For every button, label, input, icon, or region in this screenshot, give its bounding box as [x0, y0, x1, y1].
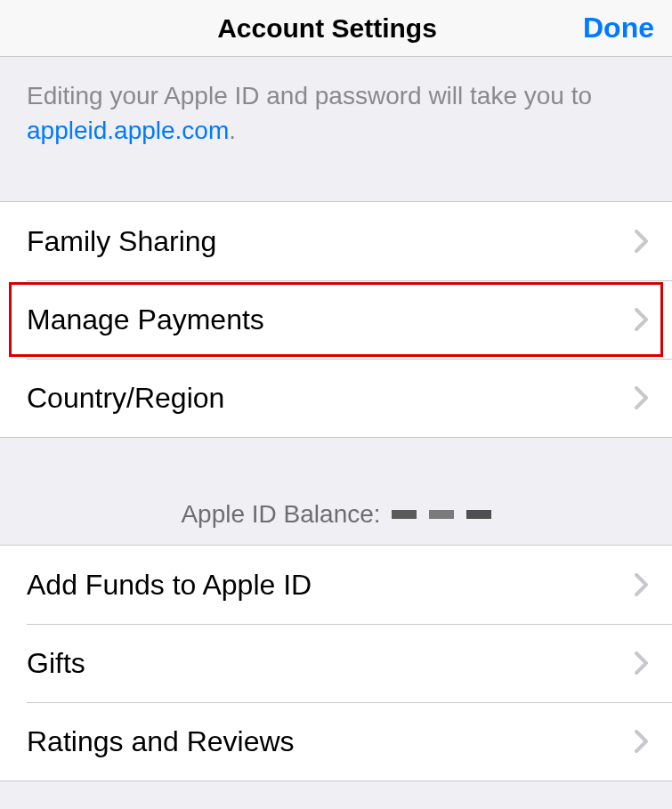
gifts-label: Gifts [27, 647, 85, 680]
balance-redacted [392, 510, 491, 519]
page-title: Account Settings [217, 13, 437, 44]
chevron-right-icon [635, 651, 649, 675]
gifts-row[interactable]: Gifts [0, 624, 672, 702]
country-region-label: Country/Region [27, 382, 224, 415]
redacted-block [429, 510, 454, 519]
appleid-link[interactable]: appleid.apple.com [27, 117, 229, 144]
redacted-block [466, 510, 491, 519]
info-text-prefix: Editing your Apple ID and password will … [27, 82, 592, 109]
chevron-right-icon [635, 573, 649, 596]
section-account: Family Sharing Manage Payments Country/R… [0, 201, 672, 438]
chevron-right-icon [635, 308, 649, 331]
ratings-reviews-row[interactable]: Ratings and Reviews [0, 702, 672, 781]
chevron-right-icon [635, 230, 649, 253]
chevron-right-icon [635, 386, 649, 409]
chevron-right-icon [635, 730, 649, 753]
done-button[interactable]: Done [565, 12, 654, 44]
ratings-reviews-label: Ratings and Reviews [27, 725, 295, 758]
family-sharing-row[interactable]: Family Sharing [0, 202, 672, 280]
balance-label: Apple ID Balance: [181, 500, 380, 529]
section-funds: Add Funds to Apple ID Gifts Ratings and … [0, 545, 672, 781]
header-bar: Account Settings Done [0, 0, 672, 57]
manage-payments-label: Manage Payments [27, 303, 264, 336]
family-sharing-label: Family Sharing [27, 225, 216, 258]
info-text-suffix: . [229, 117, 236, 144]
bottom-space [0, 781, 672, 809]
add-funds-label: Add Funds to Apple ID [27, 569, 312, 602]
info-text: Editing your Apple ID and password will … [0, 57, 672, 201]
manage-payments-row[interactable]: Manage Payments [0, 280, 672, 359]
add-funds-row[interactable]: Add Funds to Apple ID [0, 546, 672, 624]
country-region-row[interactable]: Country/Region [0, 359, 672, 437]
balance-header: Apple ID Balance: [0, 438, 672, 545]
redacted-block [392, 510, 417, 519]
